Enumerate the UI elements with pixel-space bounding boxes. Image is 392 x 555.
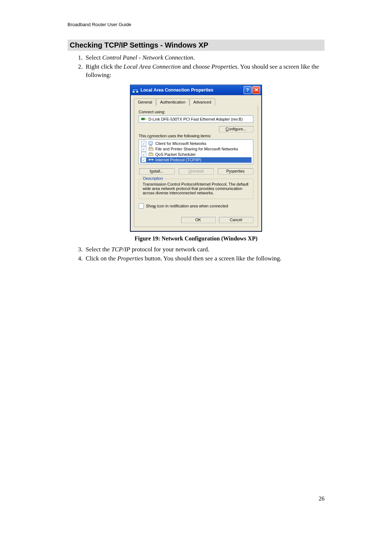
ok-button[interactable]: OK	[181, 216, 216, 223]
description-text: Transmission Control Protocol/Internet P…	[143, 182, 249, 195]
steps-list-bottom: Select the TCP/IP protocol for your netw…	[68, 246, 324, 263]
install-button[interactable]: Install...	[139, 168, 175, 174]
service-icon	[148, 146, 154, 151]
tab-authentication[interactable]: Authentication	[156, 98, 189, 106]
figure-caption: Figure 19: Network Configuration (Window…	[135, 235, 258, 242]
step-text: button. You should then see a screen lik…	[143, 255, 282, 262]
list-item-label: Internet Protocol (TCP/IP)	[155, 157, 201, 163]
show-icon-checkbox[interactable]: ✓	[139, 203, 144, 208]
connection-icon	[132, 87, 138, 93]
svg-rect-9	[149, 148, 153, 150]
client-icon	[148, 141, 154, 146]
dialog-title: Local Area Connection Properties	[140, 88, 213, 93]
steps-list-top: Select Control Panel - Network Connectio…	[68, 54, 324, 80]
list-item-label: Client for Microsoft Networks	[155, 141, 207, 146]
running-header: Broadband Router User Guide	[68, 22, 324, 27]
step-text: Select	[86, 54, 102, 61]
list-item[interactable]: ✓ QoS Packet Scheduler	[140, 152, 252, 157]
svg-rect-5	[141, 118, 145, 120]
xp-dialog: Local Area Connection Properties ? ✕ Gen…	[130, 85, 262, 232]
list-item-label: QoS Packet Scheduler	[155, 152, 196, 157]
btn-text: onfigure...	[229, 127, 246, 131]
step-text: Select the	[86, 246, 111, 253]
step-2: Right click the Local Area Connection an…	[84, 63, 324, 80]
list-item[interactable]: ✓ File and Printer Sharing for Microsoft…	[140, 146, 252, 152]
step-em: Control Panel - Network Connection	[102, 54, 193, 61]
tab-advanced[interactable]: Advanced	[189, 98, 215, 106]
step-em: Properties	[117, 255, 143, 262]
step-text: .	[193, 54, 195, 61]
step-text: and choose	[181, 63, 212, 70]
tab-panel-general: Connect using: D-Link DFE-530TX PCI Fast…	[134, 105, 258, 227]
adapter-field[interactable]: D-Link DFE-530TX PCI Fast Ethernet Adapt…	[139, 116, 253, 123]
svg-rect-14	[151, 159, 154, 161]
checkbox-icon[interactable]: ✓	[141, 157, 146, 162]
step-em: TCP/IP	[111, 246, 130, 253]
step-em: Local Area Connection	[123, 63, 181, 70]
svg-rect-13	[148, 159, 151, 161]
nic-icon	[141, 117, 146, 121]
svg-rect-2	[136, 91, 138, 93]
description-legend: Description	[142, 176, 164, 181]
step-text: Click on the	[86, 255, 117, 262]
tab-general[interactable]: General	[134, 98, 156, 106]
list-item-label: File and Printer Sharing for Microsoft N…	[155, 146, 238, 152]
list-item-selected[interactable]: ✓ Internet Protocol (TCP/IP)	[140, 157, 252, 163]
uninstall-button[interactable]: Uninstall	[178, 168, 214, 174]
service-icon	[148, 152, 154, 157]
checkbox-icon[interactable]: ✓	[141, 152, 146, 157]
list-item[interactable]: ✓ Client for Microsoft Networks	[140, 141, 252, 146]
page-number: 26	[68, 495, 324, 502]
step-text: protocol for your network card.	[130, 246, 209, 253]
svg-rect-10	[149, 147, 152, 148]
section-heading: Checking TCP/IP Settings - Windows XP	[68, 40, 324, 51]
protocol-icon	[148, 157, 154, 162]
connect-using-label: Connect using:	[139, 110, 253, 114]
show-icon-label: Show icon in notification area when conn…	[146, 204, 228, 208]
adapter-name: D-Link DFE-530TX PCI Fast Ethernet Adapt…	[148, 117, 243, 121]
svg-rect-12	[149, 153, 152, 154]
component-list[interactable]: ✓ Client for Microsoft Networks ✓ File a…	[139, 139, 253, 164]
checkbox-icon[interactable]: ✓	[141, 146, 146, 151]
step-1: Select Control Panel - Network Connectio…	[84, 54, 324, 62]
svg-rect-6	[145, 118, 146, 119]
configure-button[interactable]: Configure...	[219, 126, 253, 132]
step-em: Properties	[212, 63, 237, 70]
svg-rect-8	[150, 145, 152, 146]
svg-rect-7	[149, 142, 152, 145]
description-groupbox: Description Transmission Control Protoco…	[139, 179, 253, 199]
step-4: Click on the Properties button. You shou…	[84, 255, 324, 263]
step-text: Right click the	[86, 63, 123, 70]
titlebar[interactable]: Local Area Connection Properties ? ✕	[130, 85, 262, 95]
properties-button[interactable]: Properties	[217, 168, 253, 174]
close-button[interactable]: ✕	[252, 86, 260, 94]
svg-rect-1	[132, 91, 135, 93]
step-3: Select the TCP/IP protocol for your netw…	[84, 246, 324, 254]
tabstrip: General Authentication Advanced	[134, 98, 258, 106]
checkbox-icon[interactable]: ✓	[141, 141, 146, 146]
svg-rect-11	[149, 154, 153, 156]
help-button[interactable]: ?	[244, 86, 252, 94]
cancel-button[interactable]: Cancel	[219, 216, 253, 223]
uses-items-label: This connection uses the following items…	[139, 134, 253, 138]
